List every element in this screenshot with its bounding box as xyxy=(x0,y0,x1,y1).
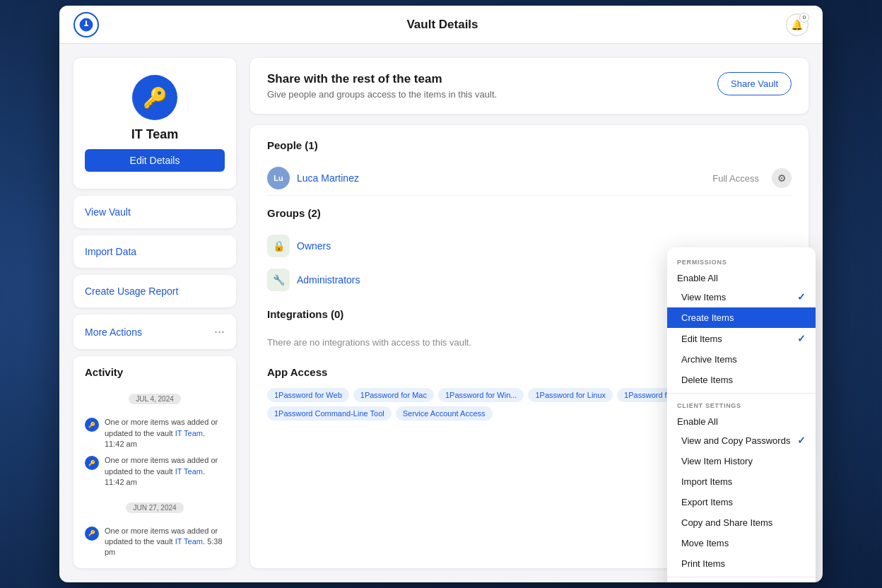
sidebar: 🔑 IT Team Edit Details View Vault Import… xyxy=(74,58,236,568)
person-name-link[interactable]: Luca Martinez xyxy=(297,172,705,184)
timeline-text-1: One or more items was added or updated t… xyxy=(105,417,225,449)
share-description: Give people and groups access to the ite… xyxy=(267,89,497,100)
groups-section-title: Groups (2) xyxy=(267,207,792,219)
administrators-link[interactable]: Administrators xyxy=(297,274,360,286)
main-panel: Share with the rest of the team Give peo… xyxy=(250,58,808,568)
share-title: Share with the rest of the team xyxy=(267,72,497,86)
app-badge-win: 1Password for Win... xyxy=(438,388,524,402)
enable-all-perms[interactable]: Enable All xyxy=(667,269,816,286)
app-badge-service: Service Account Access xyxy=(396,406,493,421)
perm-edit-items-check: ✓ xyxy=(797,333,806,344)
client-import-items[interactable]: Import Items xyxy=(667,471,816,492)
app-window: Vault Details 🔔 0 🔑 IT Team Edit Details… xyxy=(59,6,823,582)
client-view-copy-passwords-check: ✓ xyxy=(797,435,806,446)
perm-edit-items[interactable]: Edit Items ✓ xyxy=(667,328,816,349)
sidebar-item-view-vault[interactable]: View Vault xyxy=(74,196,236,228)
activity-section: Activity JUL 4, 2024 🔑 One or more items… xyxy=(74,356,236,568)
timeline-text-3: One or more items was added or updated t… xyxy=(105,526,225,558)
app-badge-cli: 1Password Command-Line Tool xyxy=(267,406,392,421)
app-badge-mac: 1Password for Mac xyxy=(353,388,434,402)
permissions-dropdown: PERMISSIONS Enable All View Items ✓ Crea… xyxy=(667,247,816,582)
create-usage-report-link[interactable]: Create Usage Report xyxy=(85,286,178,297)
owners-avatar: 🔒 xyxy=(267,235,290,257)
date-badge-2: JUN 27, 2024 xyxy=(126,502,183,513)
client-move-items-label: Move Items xyxy=(681,538,729,548)
share-vault-button[interactable]: Share Vault xyxy=(717,72,792,95)
app-badge-linux: 1Password for Linux xyxy=(528,388,613,402)
manage-vault[interactable]: Manage Vault ✓ xyxy=(667,580,816,582)
perm-view-items-label: View Items xyxy=(681,292,726,302)
client-export-items-label: Export Items xyxy=(681,497,733,507)
activity-timeline: JUL 4, 2024 🔑 One or more items was adde… xyxy=(85,385,225,558)
client-view-copy-passwords-label: View and Copy Passwords xyxy=(681,435,790,446)
dropdown-divider-2 xyxy=(667,577,816,577)
enable-all-client[interactable]: Enable All xyxy=(667,412,816,430)
more-dots-icon: ··· xyxy=(214,324,225,339)
team-link-2[interactable]: IT Team xyxy=(175,467,203,476)
people-row-1: Lu Luca Martinez Full Access ⚙ xyxy=(267,161,792,196)
client-view-copy-passwords[interactable]: View and Copy Passwords ✓ xyxy=(667,430,816,451)
svg-rect-2 xyxy=(84,25,88,26)
access-level: Full Access xyxy=(712,173,759,184)
date-badge-1: JUL 4, 2024 xyxy=(129,394,181,404)
perm-view-items[interactable]: View Items ✓ xyxy=(667,286,816,307)
timeline-icon-2: 🔑 xyxy=(85,456,99,470)
activity-title: Activity xyxy=(85,366,225,378)
sidebar-item-more-actions[interactable]: More Actions ··· xyxy=(74,314,236,349)
team-link-1[interactable]: IT Team xyxy=(175,429,203,437)
share-section: Share with the rest of the team Give peo… xyxy=(250,58,808,114)
page-title: Vault Details xyxy=(406,18,478,32)
notification-bell[interactable]: 🔔 0 xyxy=(786,13,808,36)
timeline-item-2: 🔑 One or more items was added or updated… xyxy=(85,455,225,488)
notification-badge: 0 xyxy=(799,13,809,23)
timeline-item-3: 🔑 One or more items was added or updated… xyxy=(85,526,225,558)
main-content: 🔑 IT Team Edit Details View Vault Import… xyxy=(59,44,823,582)
permissions-section-label: PERMISSIONS xyxy=(667,253,816,269)
perm-archive-items-label: Archive Items xyxy=(681,354,737,365)
vault-icon: 🔑 xyxy=(132,75,177,120)
client-view-item-history[interactable]: View Item History xyxy=(667,451,816,471)
date-row-2: JUN 27, 2024 xyxy=(85,498,225,517)
administrators-avatar: 🔧 xyxy=(267,269,290,291)
client-copy-share-items-label: Copy and Share Items xyxy=(681,517,772,528)
vault-name: IT Team xyxy=(131,127,179,142)
sidebar-item-create-usage-report[interactable]: Create Usage Report xyxy=(74,275,236,307)
perm-create-items[interactable]: Create Items xyxy=(667,307,816,328)
sidebar-item-import-data[interactable]: Import Data xyxy=(74,235,236,268)
more-actions-link[interactable]: More Actions xyxy=(85,327,142,338)
timeline-icon-1: 🔑 xyxy=(85,418,99,432)
import-data-link[interactable]: Import Data xyxy=(85,246,136,257)
client-print-items[interactable]: Print Items xyxy=(667,553,816,574)
client-settings-label: CLIENT SETTINGS xyxy=(667,396,816,412)
client-export-items[interactable]: Export Items xyxy=(667,492,816,512)
header: Vault Details 🔔 0 xyxy=(59,6,823,44)
perm-delete-items[interactable]: Delete Items xyxy=(667,370,816,390)
edit-details-button[interactable]: Edit Details xyxy=(85,149,225,172)
client-view-item-history-label: View Item History xyxy=(681,456,753,466)
app-badge-web: 1Password for Web xyxy=(267,388,349,402)
client-copy-share-items[interactable]: Copy and Share Items xyxy=(667,512,816,533)
timeline-icon-3: 🔑 xyxy=(85,527,99,541)
team-link-3[interactable]: IT Team xyxy=(175,537,203,546)
app-logo[interactable] xyxy=(74,12,99,37)
people-section-title: People (1) xyxy=(267,139,792,151)
dropdown-divider-1 xyxy=(667,393,816,394)
timeline-item-1: 🔑 One or more items was added or updated… xyxy=(85,417,225,449)
timeline-text-2: One or more items was added or updated t… xyxy=(105,455,225,488)
perm-edit-items-label: Edit Items xyxy=(681,334,722,344)
perm-create-items-label: Create Items xyxy=(681,312,734,323)
client-import-items-label: Import Items xyxy=(681,476,732,487)
date-row-1: JUL 4, 2024 xyxy=(85,389,225,408)
perm-archive-items[interactable]: Archive Items xyxy=(667,349,816,370)
gear-button[interactable]: ⚙ xyxy=(772,168,792,188)
perm-delete-items-label: Delete Items xyxy=(681,375,733,385)
vault-card: 🔑 IT Team Edit Details xyxy=(74,58,236,189)
share-text: Share with the rest of the team Give peo… xyxy=(267,72,497,100)
user-avatar: Lu xyxy=(267,167,290,189)
perm-view-items-check: ✓ xyxy=(797,291,806,302)
view-vault-link[interactable]: View Vault xyxy=(85,206,131,218)
client-move-items[interactable]: Move Items xyxy=(667,533,816,553)
client-print-items-label: Print Items xyxy=(681,558,725,569)
owners-link[interactable]: Owners xyxy=(297,240,331,252)
